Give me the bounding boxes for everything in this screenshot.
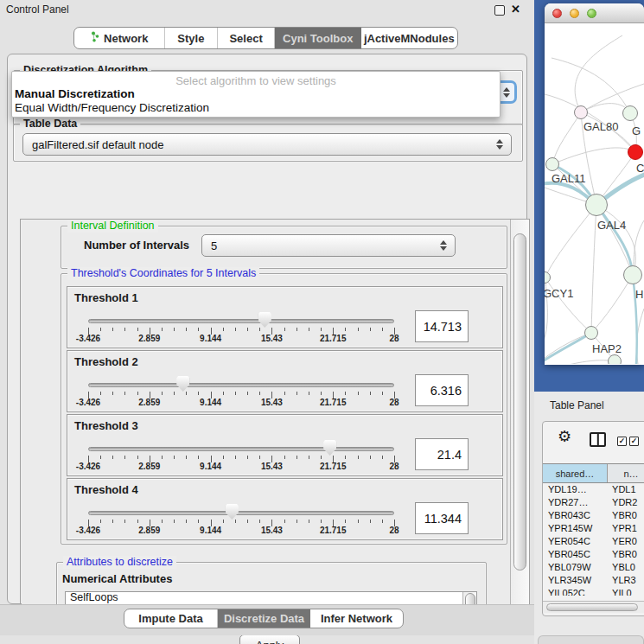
table-cell[interactable]: YBL0 — [607, 561, 644, 574]
algorithm-option[interactable]: Equal Width/Frequency Discretization — [12, 101, 500, 114]
table-cell[interactable]: YIL0 — [607, 587, 644, 596]
settings-scrollbar[interactable] — [510, 220, 529, 631]
minimize-traffic-light-icon[interactable] — [570, 9, 579, 18]
tab-jactivemnodules[interactable]: jActiveMNodules — [361, 28, 458, 48]
checkbox-checked-icon[interactable]: ✓ — [617, 437, 627, 446]
table-cell[interactable]: YDL1 — [607, 483, 644, 496]
tab-cyni-toolbox[interactable]: Cyni Toolbox — [275, 28, 361, 48]
table-cell[interactable]: YER0 — [607, 535, 644, 548]
slider-track[interactable] — [88, 319, 394, 323]
slider-tick — [186, 456, 187, 459]
checkbox-checked-icon[interactable]: ✓ — [629, 437, 639, 446]
attribute-list-item[interactable]: SelfLoops — [66, 592, 476, 604]
table-column-header[interactable]: n… — [608, 464, 644, 482]
table-row[interactable]: YBR043CYBR0 — [543, 509, 644, 522]
table-cell[interactable]: YBR0 — [607, 509, 644, 522]
network-node-g[interactable] — [622, 105, 638, 121]
algorithm-option[interactable]: Manual Discretization — [12, 87, 500, 100]
close-traffic-light-icon[interactable] — [552, 9, 562, 18]
slider-tick — [259, 456, 260, 459]
table-row[interactable]: YDR27…YDR2 — [543, 496, 644, 509]
slider-thumb[interactable] — [176, 376, 189, 392]
table-cell[interactable]: YDR2 — [607, 496, 644, 509]
split-columns-icon[interactable] — [590, 432, 606, 447]
threshold-value-field[interactable] — [415, 374, 469, 406]
network-node-gal80[interactable] — [574, 105, 588, 119]
tab-label: jActiveMNodules — [364, 32, 455, 45]
zoom-traffic-light-icon[interactable] — [587, 9, 596, 18]
table-cell[interactable]: YLR3 — [607, 574, 644, 587]
slider-tick-label: 21.715 — [320, 462, 347, 471]
table-data-group: Table Data galFiltered.sif default node — [13, 124, 523, 162]
number-of-intervals-combobox[interactable]: 5 — [201, 234, 456, 257]
network-node-c[interactable] — [628, 144, 643, 160]
float-window-icon[interactable] — [494, 5, 505, 16]
slider-tick — [100, 520, 101, 523]
bottom-tab-impute-data[interactable]: Impute Data — [124, 609, 218, 628]
table-cell[interactable]: YLR345W — [543, 574, 607, 587]
table-cell[interactable]: YDR27… — [543, 496, 607, 509]
table-column-header[interactable]: shared… — [543, 464, 608, 482]
table-cell[interactable]: YER054C — [543, 535, 607, 548]
control-panel-titlebar: Control Panel — [0, 0, 534, 19]
stepper-icon[interactable] — [440, 240, 447, 251]
settings-scrollbar-thumb[interactable] — [513, 233, 526, 571]
table-cell[interactable]: YIL052C — [543, 587, 607, 596]
interval-definition-group-title: Interval Definition — [67, 220, 158, 233]
table-row[interactable]: YLR345WYLR3 — [543, 574, 644, 587]
slider-thumb[interactable] — [226, 504, 239, 520]
network-node-hap2[interactable] — [584, 326, 598, 340]
table-cell[interactable]: YBR045C — [543, 548, 607, 561]
table-row[interactable]: YBL079WYBL0 — [543, 561, 644, 574]
tab-select[interactable]: Select — [218, 28, 275, 48]
network-node-gal4[interactable] — [585, 194, 608, 216]
slider-track[interactable] — [88, 447, 394, 451]
slider-tick-label: 9.144 — [200, 334, 221, 343]
table-row[interactable]: YBR045CYBR0 — [543, 548, 644, 561]
slider-tick — [174, 392, 175, 395]
network-node-h[interactable] — [623, 265, 642, 284]
slider-tick — [321, 520, 322, 523]
slider-thumb[interactable] — [258, 312, 271, 328]
tab-style[interactable]: Style — [165, 28, 219, 48]
slider-tick — [112, 520, 113, 523]
network-node[interactable] — [608, 354, 622, 364]
bottom-tab-infer-network[interactable]: Infer Network — [310, 609, 403, 628]
table-cell[interactable]: YPR1 — [607, 522, 644, 535]
slider-thumb[interactable] — [323, 440, 336, 456]
table-horizontal-scrollbar[interactable] — [543, 601, 644, 613]
slider-track[interactable] — [88, 383, 394, 387]
threshold-value-field[interactable] — [415, 502, 469, 534]
slider-tick — [259, 392, 260, 395]
slider-tick — [296, 520, 297, 523]
network-canvas[interactable]: GAL80GCGAL11GAL4GCY1HHAP2 — [545, 23, 644, 364]
table-hscrollbar-thumb[interactable] — [546, 603, 638, 611]
close-icon[interactable]: ✕ — [511, 3, 520, 16]
table-row[interactable]: YIL052CYIL0 — [543, 587, 644, 596]
table-row[interactable]: YPR145WYPR1 — [543, 522, 644, 535]
table-cell[interactable]: YBR043C — [543, 509, 607, 522]
threshold-panel: Threshold 2-3.4262.8599.14415.4321.71528 — [67, 350, 503, 412]
stepper-icon[interactable] — [503, 87, 510, 98]
table-data-combobox[interactable]: galFiltered.sif default node — [22, 133, 512, 156]
threshold-value-field[interactable] — [415, 310, 469, 342]
slider-track[interactable] — [88, 511, 394, 515]
apply-button[interactable]: Apply — [239, 634, 300, 644]
control-panel: Control Panel ✕ NetworkStyleSelectCyni T… — [0, 0, 534, 644]
network-window-titlebar[interactable] — [545, 3, 644, 23]
network-node-gal11[interactable] — [545, 157, 559, 171]
gear-icon[interactable]: ⚙ — [558, 429, 571, 444]
tab-network[interactable]: Network — [74, 28, 165, 48]
table-cell[interactable]: YBR0 — [607, 548, 644, 561]
stepper-icon[interactable] — [496, 139, 503, 150]
threshold-value-field[interactable] — [415, 438, 469, 470]
table-row[interactable]: YDL19…YDL1 — [543, 483, 644, 496]
table-cell[interactable]: YPR145W — [543, 522, 607, 535]
slider-tick — [296, 456, 297, 459]
bottom-tab-discretize-data[interactable]: Discretize Data — [218, 609, 310, 628]
table-cell[interactable]: YBL079W — [543, 561, 607, 574]
slider-tick-label: 21.715 — [320, 398, 347, 407]
table-row[interactable]: YER054CYER0 — [543, 535, 644, 548]
table-cell[interactable]: YDL19… — [543, 483, 607, 496]
slider-tick — [174, 520, 175, 523]
